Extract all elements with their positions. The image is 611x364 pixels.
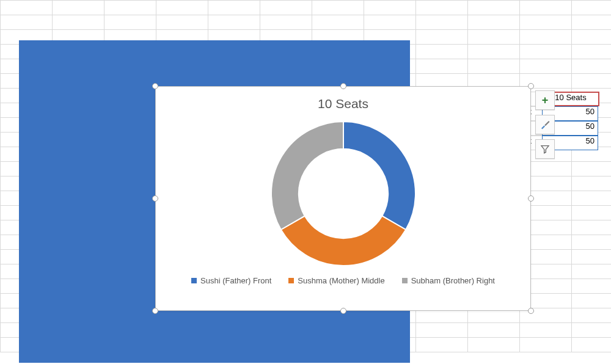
legend-item[interactable]: Sushma (Mother) Middle [288,276,384,285]
cell[interactable] [572,294,612,308]
cell[interactable] [156,15,208,30]
cell[interactable] [520,1,572,15]
cell[interactable] [572,338,612,352]
resize-handle-e[interactable] [528,195,534,202]
resize-handle-se[interactable] [528,308,534,314]
legend-item[interactable]: Subham (Brother) Right [402,276,495,285]
legend-label: Subham (Brother) Right [411,276,495,285]
cell[interactable] [104,15,156,30]
cell[interactable] [520,338,572,352]
resize-handle-n[interactable] [340,83,346,89]
cell[interactable] [520,30,572,45]
chart-styles-button[interactable] [535,115,555,134]
cell[interactable] [572,264,612,279]
cell[interactable] [468,30,520,45]
cell[interactable] [572,235,612,250]
cell[interactable] [156,1,208,15]
cell[interactable] [572,206,612,220]
cell[interactable] [53,15,104,30]
chart-legend: Sushi (Father) FrontSushma (Mother) Midd… [156,276,530,285]
donut-slice[interactable] [271,122,343,230]
cell[interactable] [520,323,572,338]
cell[interactable] [416,59,468,74]
donut-slice[interactable] [343,122,415,230]
legend-swatch [191,278,197,283]
cell[interactable] [572,45,612,59]
cell[interactable] [208,1,260,15]
cell[interactable] [1,15,53,30]
cell[interactable] [468,1,520,15]
cell[interactable] [468,15,520,30]
cell[interactable] [53,1,104,15]
cell[interactable] [1,1,53,15]
donut-area [156,111,530,276]
resize-handle-nw[interactable] [152,83,158,89]
chart-plot-area[interactable]: 10 Seats Sushi (Father) FrontSushma (Mot… [155,86,531,311]
donut-chart [270,120,417,267]
cell[interactable] [104,1,156,15]
funnel-icon [540,144,550,154]
cell[interactable] [260,15,312,30]
legend-label: Sushi (Father) Front [200,276,271,285]
plus-icon [542,94,549,107]
cell[interactable] [208,15,260,30]
chart-side-buttons [535,90,555,159]
source-data-cells: iti10 Seatsnt50dl50nt50 [522,92,599,150]
cell[interactable] [572,162,612,177]
cell[interactable] [416,1,468,15]
cell[interactable] [312,1,364,15]
legend-swatch [288,278,294,283]
cell[interactable] [364,15,416,30]
cell[interactable] [416,30,468,45]
legend-label: Sushma (Mother) Middle [298,276,384,285]
cell[interactable] [572,30,612,45]
cell[interactable] [572,191,612,206]
cell[interactable] [572,250,612,264]
resize-handle-sw[interactable] [152,308,158,314]
cell[interactable] [520,45,572,59]
cell[interactable] [416,323,468,338]
cell[interactable] [572,279,612,294]
cell[interactable] [364,1,416,15]
chart-object[interactable]: 10 Seats Sushi (Father) FrontSushma (Mot… [155,86,531,311]
resize-handle-ne[interactable] [528,83,534,89]
cell[interactable] [572,220,612,235]
donut-slice[interactable] [280,216,405,266]
cell[interactable] [572,59,612,74]
brush-icon [540,119,551,130]
legend-swatch [402,278,408,283]
cell[interactable] [572,323,612,338]
cell[interactable] [468,323,520,338]
cell[interactable] [572,308,612,323]
legend-item[interactable]: Sushi (Father) Front [191,276,271,285]
cell[interactable] [572,74,612,89]
cell[interactable] [312,15,364,30]
cell[interactable] [520,59,572,74]
chart-elements-button[interactable] [535,90,555,110]
resize-handle-s[interactable] [340,308,346,314]
cell[interactable] [468,338,520,352]
chart-title: 10 Seats [156,87,530,111]
cell[interactable] [468,59,520,74]
resize-handle-w[interactable] [152,195,158,202]
cell[interactable] [572,1,612,15]
cell[interactable] [572,177,612,191]
chart-filter-button[interactable] [535,139,555,159]
cell[interactable] [416,338,468,352]
cell[interactable] [572,15,612,30]
cell[interactable] [468,45,520,59]
cell[interactable] [416,45,468,59]
cell[interactable] [520,15,572,30]
cell[interactable] [260,1,312,15]
cell[interactable] [416,15,468,30]
